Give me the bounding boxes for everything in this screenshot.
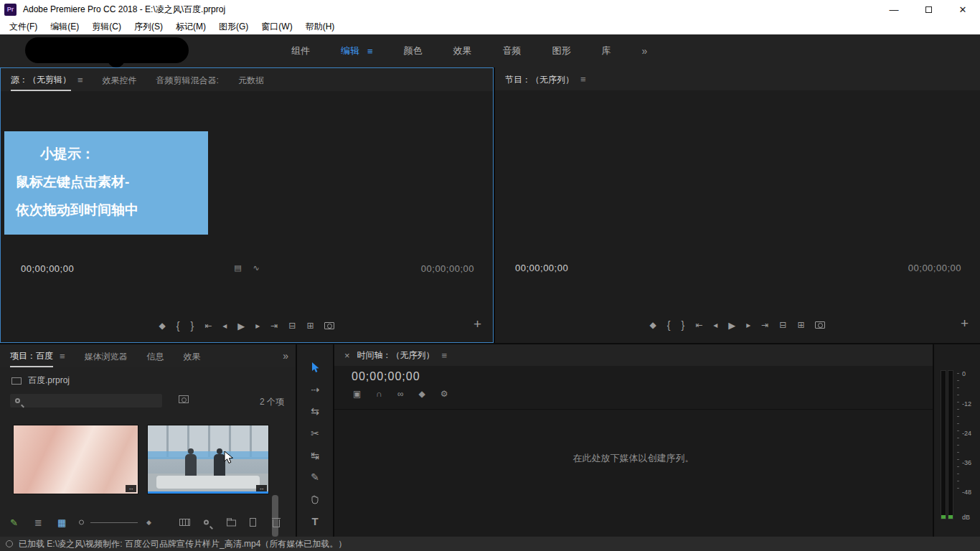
find-icon[interactable]: [204, 520, 209, 525]
workspace-menu-icon[interactable]: ≡: [367, 46, 373, 57]
search-input[interactable]: [25, 396, 157, 406]
zoom-slider-handle-icon[interactable]: ◆: [146, 519, 151, 526]
restore-button[interactable]: [911, 0, 946, 19]
tab-info[interactable]: 信息: [147, 345, 164, 367]
go-to-in-icon[interactable]: ⇤: [695, 320, 702, 330]
delete-icon[interactable]: [273, 517, 280, 527]
mark-in-icon[interactable]: {: [176, 320, 180, 331]
workspace-tab-color[interactable]: 颜色: [404, 44, 423, 57]
pen-tool[interactable]: ✎: [297, 468, 333, 486]
mark-out-icon[interactable]: }: [190, 320, 194, 331]
menu-markers[interactable]: 标记(M): [169, 21, 212, 33]
linked-selection-icon[interactable]: ∞: [397, 389, 404, 399]
new-bin-icon[interactable]: [227, 519, 236, 527]
scrub-badge-icon: ↔: [126, 485, 136, 492]
project-name-row[interactable]: 百度.prproj: [11, 375, 70, 387]
tab-program[interactable]: 节目：（无序列）: [505, 68, 574, 90]
menu-graphics[interactable]: 图形(G): [212, 21, 255, 33]
workspace-tab-graphics[interactable]: 图形: [552, 44, 571, 57]
tab-effect-controls[interactable]: 效果控件: [103, 69, 137, 90]
go-to-in-icon[interactable]: ⇤: [204, 321, 212, 331]
step-back-icon[interactable]: ◂: [713, 320, 717, 330]
list-view-icon[interactable]: ≣: [34, 517, 42, 528]
workspace-tab-effects[interactable]: 效果: [453, 44, 472, 57]
program-button-editor-icon[interactable]: +: [961, 316, 969, 331]
source-button-editor-icon[interactable]: +: [473, 316, 481, 332]
workspace-tab-audio[interactable]: 音频: [503, 44, 522, 57]
lift-icon[interactable]: ⊟: [779, 320, 786, 330]
menu-help[interactable]: 帮助(H): [299, 21, 341, 33]
tab-media-browser[interactable]: 媒体浏览器: [85, 345, 128, 367]
go-to-out-icon[interactable]: ⇥: [761, 320, 768, 330]
selection-tool[interactable]: [297, 358, 333, 377]
status-bar: 已加载 E:\凌之风\视频制作: 百度公司品牌宣传片样片_高清.mp4（所有媒体…: [0, 537, 980, 551]
razor-tool[interactable]: ✂: [297, 424, 333, 443]
panel-menu-icon[interactable]: ≡: [77, 75, 83, 85]
step-forward-icon[interactable]: ▸: [746, 320, 750, 330]
timeline-title[interactable]: 时间轴：（无序列）: [357, 349, 435, 362]
add-marker-icon[interactable]: ◆: [159, 321, 166, 331]
timeline-separator: [334, 409, 933, 410]
play-icon[interactable]: ▶: [728, 320, 735, 331]
insert-icon[interactable]: ⊟: [288, 321, 296, 331]
automate-to-sequence-icon[interactable]: [179, 519, 190, 526]
hand-tool[interactable]: [297, 490, 333, 509]
zoom-slider-min-icon[interactable]: [79, 520, 84, 525]
add-marker-icon[interactable]: ◆: [650, 320, 656, 330]
track-select-tool[interactable]: ⇢: [297, 380, 333, 399]
workspace-tab-assembly[interactable]: 组件: [291, 44, 310, 57]
timeline-toolbar: ▣ ∩ ∞ ◆ ⚙: [353, 389, 448, 399]
meter-label: -12: [962, 400, 971, 408]
workspace-tabs: 组件 编辑 ≡ 颜色 效果 音频 图形 库 »: [291, 34, 647, 67]
slip-tool[interactable]: ↹: [297, 446, 333, 465]
tab-project[interactable]: 项目：百度: [10, 344, 53, 367]
menu-clip[interactable]: 剪辑(C): [85, 21, 128, 33]
drag-audio-icon[interactable]: ∿: [253, 263, 260, 273]
play-icon[interactable]: ▶: [237, 321, 245, 331]
clip-thumbnail-2[interactable]: ↔: [147, 425, 269, 494]
project-writable-icon[interactable]: ✎: [10, 517, 18, 528]
close-button[interactable]: ✕: [946, 0, 980, 19]
drag-video-icon[interactable]: ▤: [234, 263, 241, 273]
tab-source[interactable]: 源：（无剪辑）: [11, 68, 71, 91]
tab-audio-clip-mixer[interactable]: 音频剪辑混合器:: [156, 69, 219, 90]
step-back-icon[interactable]: ◂: [222, 321, 227, 331]
create-search-bin-icon[interactable]: [179, 395, 189, 403]
status-text: 已加载 E:\凌之风\视频制作: 百度公司品牌宣传片样片_高清.mp4（所有媒体…: [19, 538, 347, 550]
menu-edit[interactable]: 编辑(E): [44, 21, 85, 33]
panel-menu-icon[interactable]: ≡: [60, 351, 65, 362]
mark-out-icon[interactable]: }: [681, 319, 684, 331]
type-tool[interactable]: T: [297, 512, 333, 530]
icon-view-icon[interactable]: ▦: [57, 517, 66, 528]
export-frame-icon[interactable]: [815, 321, 825, 329]
minimize-button[interactable]: —: [877, 0, 911, 19]
menu-window[interactable]: 窗口(W): [255, 21, 298, 33]
overwrite-icon[interactable]: ⊞: [306, 321, 314, 331]
project-search-box[interactable]: [10, 394, 162, 408]
extract-icon[interactable]: ⊞: [797, 320, 804, 330]
timeline-settings-icon[interactable]: ⚙: [440, 389, 448, 399]
clip-thumbnail-1[interactable]: ↔: [13, 425, 138, 494]
go-to-out-icon[interactable]: ⇥: [270, 321, 278, 331]
tab-effects[interactable]: 效果: [184, 345, 201, 367]
snap-icon[interactable]: ∩: [376, 389, 382, 399]
mark-in-icon[interactable]: {: [667, 319, 671, 331]
nest-toggle-icon[interactable]: ▣: [353, 389, 361, 399]
add-marker-icon[interactable]: ◆: [419, 389, 425, 399]
menu-sequence[interactable]: 序列(S): [128, 21, 169, 33]
tab-metadata[interactable]: 元数据: [238, 69, 264, 90]
project-overflow-icon[interactable]: »: [283, 350, 288, 362]
export-frame-icon[interactable]: [324, 322, 334, 329]
menu-file[interactable]: 文件(F): [3, 21, 44, 33]
ripple-edit-tool[interactable]: ⇆: [297, 402, 333, 420]
workspace-overflow-icon[interactable]: »: [642, 45, 648, 57]
new-item-icon[interactable]: [250, 518, 256, 527]
panel-menu-icon[interactable]: ≡: [580, 74, 586, 85]
zoom-slider-track[interactable]: [90, 522, 138, 523]
workspace-tab-editing[interactable]: 编辑: [341, 44, 359, 57]
step-forward-icon[interactable]: ▸: [255, 321, 260, 331]
workspace-bar: 组件 编辑 ≡ 颜色 效果 音频 图形 库 »: [0, 34, 980, 67]
timeline-close-icon[interactable]: ×: [344, 350, 350, 361]
workspace-tab-libraries[interactable]: 库: [602, 44, 611, 57]
panel-menu-icon[interactable]: ≡: [442, 350, 448, 361]
